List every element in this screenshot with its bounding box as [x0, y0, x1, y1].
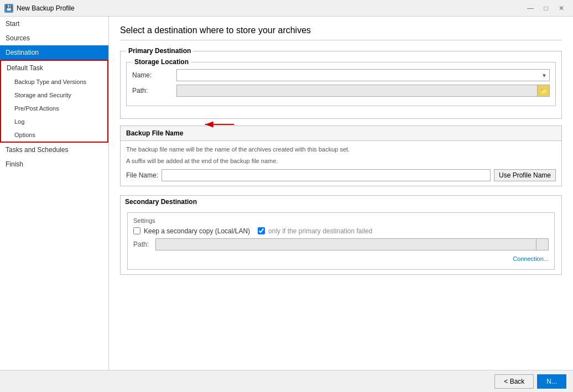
secondary-path-field — [155, 238, 536, 250]
backup-file-name-section: Backup File Name The backup file name wi… — [120, 126, 562, 186]
path-field — [176, 85, 538, 97]
storage-location-section: Storage Location Name: ▼ Path: 📁 — [126, 58, 556, 106]
secondary-path-row: Path: — [133, 238, 549, 250]
content-area: Select a destination where to store your… — [109, 17, 573, 370]
only-primary-failed-checkbox[interactable] — [258, 227, 265, 234]
sidebar-highlight-box: Default Task Backup Type and Versions St… — [0, 60, 108, 143]
path-row: Path: 📁 — [132, 85, 550, 97]
sidebar-item-destination[interactable]: Destination — [0, 45, 108, 60]
sidebar-item-pre-post[interactable]: Pre/Post Actions — [1, 102, 107, 115]
secondary-settings-box: Settings Keep a secondary copy (Local/LA… — [127, 212, 555, 270]
secondary-path-label: Path: — [133, 241, 155, 248]
keep-secondary-checkbox[interactable] — [133, 227, 140, 234]
back-button[interactable]: < Back — [494, 374, 534, 389]
bfn-desc2: A suffix will be added at the end of the… — [126, 157, 556, 165]
minimize-button[interactable]: — — [523, 3, 538, 14]
storage-location-legend: Storage Location — [132, 58, 191, 66]
app-icon: 💾 — [4, 4, 13, 13]
secondary-path-browse-button[interactable] — [536, 238, 549, 250]
sidebar-item-tasks-schedules[interactable]: Tasks and Schedules — [0, 143, 108, 157]
sidebar-item-storage-security[interactable]: Storage and Security — [1, 88, 107, 102]
titlebar-controls: — □ ✕ — [523, 3, 569, 14]
sidebar-item-backup-type[interactable]: Backup Type and Versions — [1, 75, 107, 88]
page-title: Select a destination where to store your… — [120, 25, 562, 40]
connection-link[interactable]: Connection... — [513, 255, 549, 262]
sidebar-item-start[interactable]: Start — [0, 17, 108, 31]
titlebar-left: 💾 New Backup Profile — [4, 4, 75, 13]
bfn-body: The backup file name will be the name of… — [121, 141, 561, 186]
maximize-button[interactable]: □ — [539, 3, 553, 14]
sec-dest-header: Secondary Destination — [121, 196, 561, 208]
close-button[interactable]: ✕ — [554, 3, 569, 14]
bfn-title: Backup File Name — [126, 129, 556, 137]
primary-destination-section: Primary Destination Storage Location Nam… — [120, 47, 562, 119]
only-primary-failed-label: only if the primary destination failed — [268, 227, 372, 235]
keep-secondary-label: Keep a secondary copy (Local/LAN) — [144, 227, 250, 235]
sidebar-item-finish[interactable]: Finish — [0, 157, 108, 171]
sec-dest-body: Settings Keep a secondary copy (Local/LA… — [121, 208, 561, 274]
sec-dest-legend: Secondary Destination — [125, 198, 197, 206]
titlebar-title: New Backup Profile — [17, 4, 75, 12]
sidebar-item-log[interactable]: Log — [1, 115, 107, 128]
file-name-label: File Name: — [126, 171, 158, 179]
next-button[interactable]: N... — [537, 374, 566, 389]
bottom-bar: < Back N... — [0, 370, 573, 392]
secondary-destination-section: Secondary Destination Settings Keep a se… — [120, 195, 562, 275]
primary-destination-legend: Primary Destination — [126, 47, 193, 55]
name-row: Name: ▼ — [132, 69, 550, 81]
use-profile-name-button[interactable]: Use Profile Name — [494, 169, 556, 181]
sidebar-item-options[interactable]: Options — [1, 128, 107, 142]
app-body: Start Sources Destination Default Task B… — [0, 17, 573, 370]
keep-secondary-row: Keep a secondary copy (Local/LAN) only i… — [133, 227, 549, 235]
bfn-header: Backup File Name — [121, 126, 561, 141]
dropdown-arrow-icon: ▼ — [541, 72, 547, 79]
file-name-row: File Name: Use Profile Name — [126, 169, 556, 181]
name-label: Name: — [132, 71, 176, 79]
bfn-desc1: The backup file name will be the name of… — [126, 145, 556, 154]
connection-link-row: Connection... — [133, 253, 549, 265]
sidebar-item-sources[interactable]: Sources — [0, 31, 108, 45]
file-name-input[interactable] — [162, 169, 491, 181]
sidebar-item-default-task[interactable]: Default Task — [1, 61, 107, 75]
path-browse-button[interactable]: 📁 — [538, 85, 550, 97]
name-dropdown[interactable]: ▼ — [176, 69, 550, 81]
path-label: Path: — [132, 87, 176, 95]
sidebar: Start Sources Destination Default Task B… — [0, 17, 109, 370]
settings-label: Settings — [133, 217, 549, 224]
titlebar: 💾 New Backup Profile — □ ✕ — [0, 0, 573, 17]
